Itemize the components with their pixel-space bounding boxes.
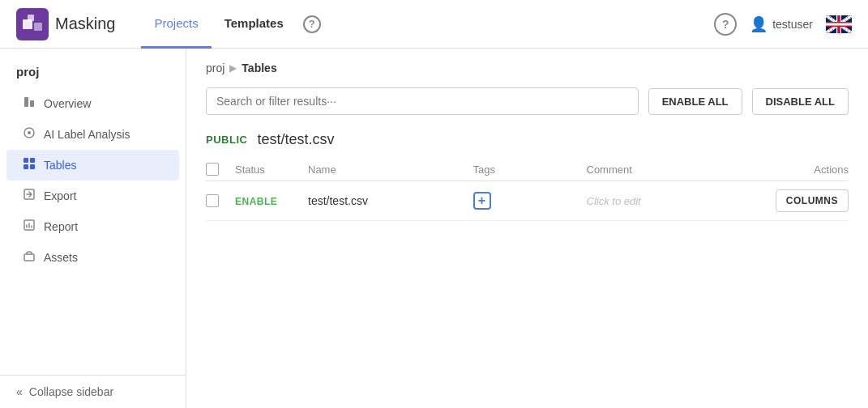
svg-rect-3 <box>826 15 852 33</box>
sidebar-overview-label: Overview <box>44 97 91 110</box>
row-tags: + <box>473 192 587 210</box>
top-nav: Masking Projects Templates ? ? 👤 testuse… <box>0 0 868 49</box>
svg-rect-14 <box>24 254 34 261</box>
collapse-sidebar-button[interactable]: « Collapse sidebar <box>0 375 186 408</box>
nav-right: ? 👤 testuser <box>714 13 852 36</box>
user-icon: 👤 <box>750 15 768 33</box>
sidebar-item-tables[interactable]: Tables <box>6 150 179 181</box>
assets-icon <box>23 249 36 266</box>
username: testuser <box>772 18 813 31</box>
sidebar-export-label: Export <box>44 189 76 202</box>
language-flag[interactable] <box>826 15 852 33</box>
section-header: PUBLIC test/test.csv <box>206 131 849 148</box>
row-actions: COLUMNS <box>751 189 849 212</box>
nav-help-icon[interactable]: ? <box>303 15 321 33</box>
sidebar-item-export[interactable]: Export <box>6 181 179 211</box>
sidebar-item-overview[interactable]: Overview <box>6 88 179 119</box>
export-icon <box>23 188 36 204</box>
comment-text[interactable]: Click to edit <box>587 195 641 207</box>
row-comment: Click to edit <box>587 194 752 207</box>
svg-rect-5 <box>30 100 34 107</box>
table-header: Status Name Tags Comment Actions <box>206 158 849 181</box>
svg-rect-4 <box>24 97 28 107</box>
section-badge: PUBLIC <box>206 134 247 146</box>
header-actions: Actions <box>751 164 849 176</box>
sidebar-item-report[interactable]: Report <box>6 211 179 242</box>
sidebar-item-assets[interactable]: Assets <box>6 242 179 273</box>
nav-links: Projects Templates ? <box>141 0 320 49</box>
sidebar: proj Overview AI Label Analysis Tables E… <box>0 49 186 408</box>
row-check <box>206 194 235 207</box>
breadcrumb-proj[interactable]: proj <box>206 62 224 74</box>
header-name: Name <box>308 164 473 176</box>
sidebar-report-label: Report <box>44 220 78 233</box>
main-content: proj ▶ Tables ENABLE ALL DISABLE ALL PUB… <box>186 49 868 408</box>
sidebar-project-title: proj <box>0 58 186 88</box>
add-tag-button[interactable]: + <box>473 192 491 210</box>
svg-rect-2 <box>34 23 42 31</box>
search-filter-row: ENABLE ALL DISABLE ALL <box>206 87 849 115</box>
logo-area: Masking <box>16 8 115 40</box>
help-button[interactable]: ? <box>714 13 737 36</box>
disable-all-button[interactable]: DISABLE ALL <box>752 88 849 115</box>
nav-projects[interactable]: Projects <box>141 0 211 49</box>
search-input-wrap <box>206 87 639 115</box>
tables-icon <box>23 157 36 173</box>
ai-label-icon <box>23 126 36 142</box>
svg-point-7 <box>28 131 31 134</box>
header-checkbox[interactable] <box>206 163 219 176</box>
svg-rect-9 <box>30 158 35 163</box>
user-area[interactable]: 👤 testuser <box>750 15 813 33</box>
overview-icon <box>23 96 36 112</box>
header-tags: Tags <box>473 164 587 176</box>
brand-name: Masking <box>55 15 115 33</box>
svg-rect-1 <box>28 15 34 21</box>
breadcrumb-tables: Tables <box>242 62 276 74</box>
sidebar-tables-label: Tables <box>44 159 76 172</box>
main-layout: proj Overview AI Label Analysis Tables E… <box>0 49 868 408</box>
svg-rect-8 <box>24 158 28 163</box>
header-comment: Comment <box>587 164 752 176</box>
uk-flag-svg <box>826 15 852 33</box>
report-icon <box>23 219 36 235</box>
row-status: ENABLE <box>235 194 308 207</box>
section-title: test/test.csv <box>257 131 334 148</box>
table-row: ENABLE test/test.csv + Click to edit COL… <box>206 181 849 221</box>
header-status: Status <box>235 164 308 176</box>
svg-rect-11 <box>30 164 35 169</box>
collapse-label: Collapse sidebar <box>29 385 113 398</box>
columns-button[interactable]: COLUMNS <box>776 189 849 212</box>
nav-templates[interactable]: Templates <box>212 0 297 49</box>
sidebar-item-ai-label[interactable]: AI Label Analysis <box>6 119 179 150</box>
enable-all-button[interactable]: ENABLE ALL <box>648 88 742 115</box>
breadcrumb-arrow: ▶ <box>229 62 237 74</box>
sidebar-ai-label: AI Label Analysis <box>44 128 130 141</box>
row-name: test/test.csv <box>308 194 473 207</box>
breadcrumb: proj ▶ Tables <box>206 62 849 74</box>
svg-rect-10 <box>24 164 28 169</box>
app-logo <box>16 8 49 40</box>
status-badge: ENABLE <box>235 196 277 207</box>
row-checkbox[interactable] <box>206 194 219 207</box>
collapse-icon: « <box>16 385 23 398</box>
sidebar-assets-label: Assets <box>44 251 78 264</box>
search-input[interactable] <box>206 87 639 115</box>
header-check <box>206 163 235 176</box>
